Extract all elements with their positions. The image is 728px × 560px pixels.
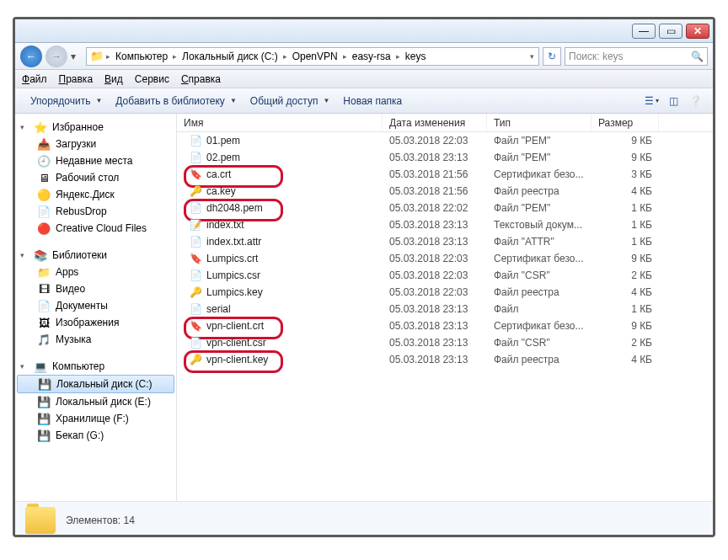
file-size-cell: 9 КБ: [592, 152, 659, 163]
file-row[interactable]: 📄serial05.03.2018 23:13Файл1 КБ: [177, 301, 713, 317]
file-pane: Имя Дата изменения Тип Размер 📄01.pem05.…: [177, 114, 713, 501]
help-button[interactable]: ❔: [686, 92, 704, 110]
favorites-group[interactable]: ▾⭐Избранное: [15, 119, 176, 136]
file-name-cell: 🔑Lumpics.key: [177, 285, 383, 299]
recent-icon: 🕘: [37, 154, 51, 168]
breadcrumb-item[interactable]: Локальный диск (C:): [179, 51, 281, 62]
sidebar-item-documents[interactable]: 📄Документы: [15, 297, 176, 314]
chevron-down-icon[interactable]: ▾: [529, 52, 535, 61]
history-dropdown[interactable]: ▾: [71, 51, 83, 62]
file-row[interactable]: 📄02.pem05.03.2018 23:13Файл "PEM"9 КБ: [177, 149, 713, 166]
view-options-button[interactable]: ☰▾: [642, 92, 661, 110]
collapse-icon: ▾: [20, 123, 29, 131]
add-to-library-button[interactable]: Добавить в библиотеку▼: [109, 93, 243, 109]
breadcrumb-item[interactable]: easy-rsa: [350, 51, 393, 62]
file-type-cell: Файл "ATTR": [487, 236, 592, 248]
address-bar[interactable]: 📁 ▸ Компьютер ▸ Локальный диск (C:) ▸ Op…: [86, 47, 539, 66]
minimize-button[interactable]: ―: [632, 24, 656, 39]
forward-button[interactable]: →: [46, 45, 67, 67]
file-icon: 📄: [189, 151, 202, 164]
refresh-icon: ↻: [548, 51, 556, 62]
column-header-size[interactable]: Размер: [592, 114, 659, 131]
file-row[interactable]: 📄dh2048.pem05.03.2018 22:02Файл "PEM"1 К…: [177, 200, 713, 216]
cc-icon: 🔴: [37, 221, 51, 235]
menu-bar: Файл Правка Вид Сервис Справка: [15, 70, 713, 88]
sidebar-item-apps[interactable]: 📁Apps: [15, 264, 176, 280]
sidebar-item-desktop[interactable]: 🖥Рабочий стол: [15, 169, 176, 186]
file-row[interactable]: 🔑ca.key05.03.2018 21:56Файл реестра4 КБ: [177, 183, 713, 200]
file-date-cell: 05.03.2018 22:03: [383, 135, 487, 147]
sidebar-item-pictures[interactable]: 🖼Изображения: [15, 314, 176, 331]
maximize-icon: ▭: [666, 25, 676, 37]
file-row[interactable]: 🔖Lumpics.crt05.03.2018 22:03Сертификат б…: [177, 250, 713, 267]
sidebar-item-drive-c[interactable]: 💾Локальный диск (C:): [17, 375, 174, 393]
sidebar-item-rebusdrop[interactable]: 📄RebusDrop: [15, 203, 176, 220]
file-row[interactable]: 📄vpn-client.csr05.03.2018 23:13Файл "CSR…: [177, 334, 713, 351]
chevron-down-icon: ▼: [95, 97, 102, 104]
file-row[interactable]: 🔖vpn-client.crt05.03.2018 23:13Сертифика…: [177, 317, 713, 334]
menu-file[interactable]: Файл: [22, 73, 47, 85]
column-header-type[interactable]: Тип: [487, 114, 592, 131]
file-date-cell: 05.03.2018 22:03: [383, 253, 487, 264]
column-header-name[interactable]: Имя: [177, 114, 383, 131]
cert-icon: 🔖: [189, 319, 202, 333]
search-input[interactable]: Поиск: keys 🔍: [565, 47, 708, 66]
file-icon: 📄: [37, 205, 51, 218]
menu-help[interactable]: Справка: [181, 73, 221, 85]
file-list[interactable]: 📄01.pem05.03.2018 22:03Файл "PEM"9 КБ📄02…: [177, 132, 713, 501]
back-button[interactable]: ←: [20, 45, 42, 67]
collapse-icon: ▾: [20, 251, 29, 259]
file-row[interactable]: 🔑vpn-client.key05.03.2018 23:13Файл реес…: [177, 351, 713, 368]
breadcrumb-item[interactable]: keys: [403, 51, 429, 62]
status-text: Элементов: 14: [66, 515, 135, 526]
new-folder-button[interactable]: Новая папка: [336, 93, 409, 109]
sidebar-item-recent[interactable]: 🕘Недавние места: [15, 152, 176, 169]
video-icon: 🎞: [37, 282, 51, 296]
file-icon: 📄: [189, 235, 202, 248]
file-size-cell: 1 КБ: [592, 303, 659, 315]
file-name-cell: 🔑vpn-client.key: [177, 353, 383, 366]
file-row[interactable]: 🔖ca.crt05.03.2018 21:56Сертификат безо..…: [177, 166, 713, 183]
breadcrumb-item[interactable]: Компьютер: [113, 51, 170, 62]
sidebar-item-drive-e[interactable]: 💾Локальный диск (E:): [15, 393, 176, 410]
file-type-cell: Файл "PEM": [487, 202, 592, 214]
sidebar-item-creative-cloud[interactable]: 🔴Creative Cloud Files: [15, 220, 176, 237]
file-row[interactable]: 📄index.txt.attr05.03.2018 23:13Файл "ATT…: [177, 233, 713, 250]
yandex-icon: 🟡: [37, 188, 51, 201]
key-icon: 🔑: [189, 184, 202, 198]
maximize-button[interactable]: ▭: [659, 24, 682, 39]
file-date-cell: 05.03.2018 23:13: [383, 337, 487, 349]
menu-service[interactable]: Сервис: [135, 73, 169, 85]
file-type-cell: Файл реестра: [487, 354, 592, 365]
file-row[interactable]: 📄Lumpics.csr05.03.2018 22:03Файл "CSR"2 …: [177, 267, 713, 284]
preview-pane-button[interactable]: ◫: [664, 92, 682, 110]
column-header-date[interactable]: Дата изменения: [383, 114, 487, 131]
file-row[interactable]: 🔑Lumpics.key05.03.2018 22:03Файл реестра…: [177, 284, 713, 301]
file-icon: 📄: [189, 269, 202, 282]
status-bar: Элементов: 14: [15, 501, 713, 537]
breadcrumb-item[interactable]: OpenVPN: [290, 51, 340, 62]
sidebar-item-yandex-disk[interactable]: 🟡Яндекс.Диск: [15, 186, 176, 203]
computer-group[interactable]: ▾💻Компьютер: [15, 358, 176, 375]
menu-edit[interactable]: Правка: [59, 73, 94, 85]
share-button[interactable]: Общий доступ▼: [244, 93, 337, 109]
file-row[interactable]: 📝index.txt05.03.2018 23:13Текстовый доку…: [177, 216, 713, 233]
file-name-cell: 📄Lumpics.csr: [177, 269, 383, 282]
file-date-cell: 05.03.2018 22:03: [383, 269, 487, 281]
menu-view[interactable]: Вид: [104, 73, 123, 85]
navigation-pane[interactable]: ▾⭐Избранное 📥Загрузки 🕘Недавние места 🖥Р…: [15, 114, 177, 501]
sidebar-item-downloads[interactable]: 📥Загрузки: [15, 136, 176, 152]
sidebar-item-drive-f[interactable]: 💾Хранилище (F:): [15, 410, 176, 427]
sidebar-item-videos[interactable]: 🎞Видео: [15, 280, 176, 297]
sidebar-item-drive-g[interactable]: 💾Бекап (G:): [15, 427, 176, 444]
key-icon: 🔑: [189, 285, 202, 299]
music-icon: 🎵: [37, 333, 51, 346]
refresh-button[interactable]: ↻: [543, 47, 561, 66]
search-placeholder: Поиск: keys: [569, 51, 624, 62]
close-button[interactable]: ✕: [686, 24, 709, 39]
libraries-group[interactable]: ▾📚Библиотеки: [15, 247, 176, 264]
desktop-icon: 🖥: [37, 171, 51, 184]
organize-button[interactable]: Упорядочить▼: [24, 93, 109, 109]
file-row[interactable]: 📄01.pem05.03.2018 22:03Файл "PEM"9 КБ: [177, 132, 713, 149]
sidebar-item-music[interactable]: 🎵Музыка: [15, 331, 176, 348]
